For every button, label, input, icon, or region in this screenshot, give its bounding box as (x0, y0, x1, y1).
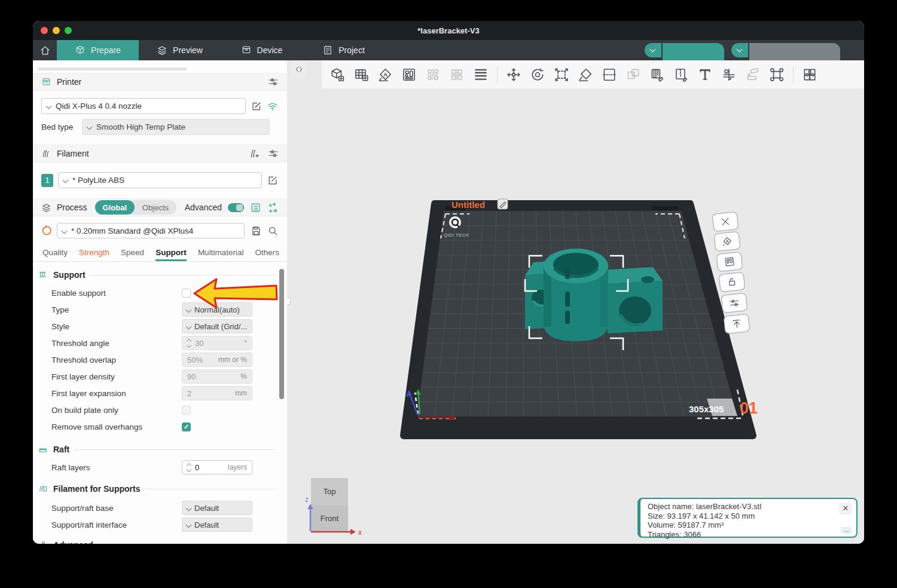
threshold-overlap-unit: mm or % (218, 356, 247, 364)
first-layer-expansion-value: 2 (187, 389, 191, 398)
add-filament-icon[interactable] (248, 148, 260, 160)
info-minimize-button[interactable] (841, 527, 852, 534)
arrange-plate-button[interactable] (716, 252, 743, 272)
plate-size-label: 305x305 (689, 404, 724, 414)
support-raft-base-select[interactable]: Default (182, 501, 252, 515)
remove-small-overhangs-label: Remove small overhangs (51, 422, 182, 431)
plate-name-label: Untitled (451, 200, 485, 210)
compare-ab-icon[interactable]: AB (267, 202, 279, 213)
app-window: *laserBracket-V3 Prepare Preview Device … (33, 21, 864, 544)
wifi-connection-icon[interactable] (267, 100, 279, 112)
on-build-plate-only-checkbox[interactable] (182, 406, 191, 415)
export-options-dropdown[interactable] (731, 43, 748, 57)
scene-3d[interactable]: QIDI TECH 305x305 01 (287, 60, 864, 544)
tab-preview[interactable]: Preview (139, 40, 221, 60)
threshold-overlap-value: 50% (187, 356, 203, 365)
first-layer-density-label: First layer density (51, 372, 182, 381)
support-style-select[interactable]: Default (Grid/... (182, 319, 252, 333)
first-layer-density-unit: % (240, 372, 247, 381)
raft-icon (38, 445, 48, 455)
threshold-angle-label: Threshold angle (51, 339, 182, 348)
screenshot: *laserBracket-V3 Prepare Preview Device … (0, 0, 897, 588)
tab-prepare[interactable]: Prepare (57, 40, 139, 60)
lock-plate-button[interactable] (719, 272, 746, 292)
chevron-down-icon (87, 124, 93, 130)
reset-preset-icon[interactable] (41, 225, 53, 237)
raft-layers-input[interactable]: 0 layers (182, 460, 252, 474)
tab-others[interactable]: Others (255, 248, 279, 261)
gizmo-z-label: z (305, 495, 309, 504)
printer-icon (241, 45, 252, 56)
auto-orient-plate-button[interactable]: A (714, 231, 741, 252)
gizmo-x-label: x (358, 528, 362, 537)
support-group-title: Support (53, 270, 86, 280)
support-raft-interface-select[interactable]: Default (182, 517, 252, 532)
process-scope-toggle: Global Objects (95, 200, 177, 215)
tab-strength[interactable]: Strength (79, 248, 109, 261)
process-preset-select[interactable]: * 0.20mm Standard @Qidi XPlus4 (57, 223, 245, 238)
printer-section-header: Printer (33, 73, 287, 91)
slice-options-dropdown[interactable] (645, 43, 661, 57)
tab-prepare-label: Prepare (91, 45, 121, 55)
tab-device-label: Device (257, 45, 283, 55)
tab-multimaterial[interactable]: Multimaterial (198, 248, 244, 261)
plate-name[interactable]: Untitled (451, 199, 508, 210)
tab-device[interactable]: Device (221, 40, 303, 60)
process-icon (41, 203, 51, 213)
enable-support-label: Enable support (51, 289, 182, 298)
first-layer-density-input[interactable]: 90 % (182, 369, 252, 384)
gizmo-front-label: Front (321, 514, 339, 523)
home-button[interactable] (33, 40, 57, 60)
bed-type-label: Bed type (41, 122, 82, 131)
annotation-arrow (190, 275, 279, 311)
tab-quality[interactable]: Quality (42, 248, 68, 261)
viewport-3d[interactable]: A (287, 60, 864, 544)
tab-support[interactable]: Support (155, 248, 187, 261)
spinner-arrows[interactable] (187, 339, 191, 347)
printer-icon (41, 77, 51, 87)
edit-printer-icon[interactable] (251, 100, 263, 112)
gizmo-top-label: Top (324, 487, 336, 496)
tab-project[interactable]: Project (303, 40, 385, 60)
chevron-down-icon (186, 323, 192, 329)
filament-section-header: Filament (33, 145, 287, 163)
move-plate-front-button[interactable] (724, 314, 750, 334)
delete-plate-button[interactable] (712, 212, 739, 232)
search-settings-icon[interactable] (267, 225, 279, 237)
panel-scroll-track[interactable] (38, 68, 187, 71)
tab-speed[interactable]: Speed (121, 248, 144, 261)
scope-objects[interactable]: Objects (135, 200, 176, 215)
parameter-list-icon[interactable] (250, 202, 261, 213)
printer-section-title: Printer (57, 77, 81, 87)
sliders-icon (728, 297, 740, 309)
remove-small-overhangs-checkbox[interactable] (182, 422, 191, 431)
info-close-button[interactable] (839, 503, 852, 514)
layers-icon (157, 45, 167, 56)
filament-slot-badge[interactable]: 1 (41, 174, 53, 187)
first-layer-expansion-label: First layer expansion (51, 389, 182, 398)
panel-splitter-handle[interactable] (287, 298, 291, 305)
threshold-overlap-input[interactable]: 50% mm or % (182, 353, 252, 367)
filament-settings-icon[interactable] (268, 148, 279, 159)
filament-preset-select[interactable]: * PolyLite ABS (58, 172, 262, 188)
support-raft-base-label: Support/raft base (51, 504, 182, 513)
panel-scrollbar[interactable] (279, 269, 284, 399)
chevron-down-icon (46, 103, 52, 109)
threshold-angle-input[interactable]: 30 ° (182, 336, 252, 350)
save-preset-icon[interactable] (251, 225, 262, 237)
advanced-toggle[interactable] (228, 203, 244, 212)
edit-filament-icon[interactable] (267, 174, 279, 186)
plate-settings-button[interactable] (721, 293, 748, 313)
raft-layers-value: 0 (195, 463, 199, 472)
printer-preset-select[interactable]: Qidi X-Plus 4 0.4 nozzle (41, 98, 246, 114)
nav-bar: Prepare Preview Device Project Slice pla… (33, 40, 864, 60)
svg-text:A: A (269, 203, 271, 207)
scope-global[interactable]: Global (95, 200, 135, 215)
spinner-arrows[interactable] (187, 464, 191, 471)
first-layer-expansion-input[interactable]: 2 mm (182, 386, 252, 400)
printer-settings-icon[interactable] (268, 76, 279, 87)
orientation-gizmo[interactable]: Top Front z x (305, 478, 362, 537)
process-preset-value: * 0.20mm Standard @Qidi XPlus4 (71, 226, 193, 235)
bed-type-select[interactable]: Smooth High Temp Plate (82, 119, 270, 135)
plate-logo-text: QIDI TECH (444, 232, 469, 238)
